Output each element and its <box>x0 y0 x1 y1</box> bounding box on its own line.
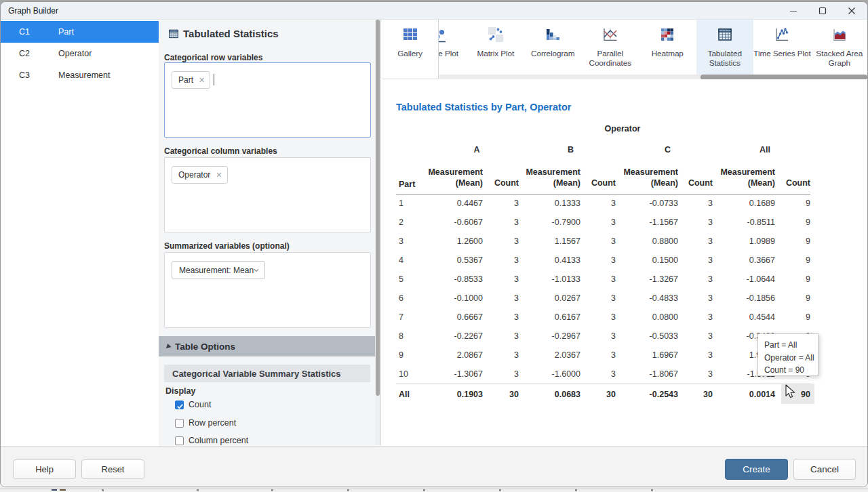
checkbox-label: Count <box>189 400 211 409</box>
checkbox-column-percent[interactable]: Column percent <box>175 436 248 445</box>
value-cell: 3 <box>580 270 616 289</box>
checkbox-count[interactable]: Count <box>175 400 211 409</box>
checkbox-unchecked-icon[interactable] <box>175 436 184 445</box>
options-panel: Tabulated Statistics Categorical row var… <box>159 20 381 446</box>
column-name: Operator <box>58 49 92 58</box>
column-item-operator[interactable]: C2 Operator <box>1 43 159 64</box>
count-header: Count <box>483 160 519 194</box>
close-button[interactable] <box>837 2 866 20</box>
variable-chip-part[interactable]: Part ✕ <box>172 71 210 89</box>
table-options-header[interactable]: Table Options <box>159 336 380 356</box>
create-button[interactable]: Create <box>725 459 788 480</box>
value-cell: 0.8800 <box>616 232 678 251</box>
correlogram-icon <box>546 28 559 41</box>
table-body: 10.446730.13333-0.073330.168992-0.60673-… <box>396 194 810 405</box>
group-all: All <box>713 139 810 160</box>
chevron-down-icon <box>254 268 259 272</box>
column-name: Measurement <box>58 70 110 80</box>
column-item-part[interactable]: C1 Part <box>1 21 159 43</box>
row-label-cell: 8 <box>396 327 428 346</box>
value-cell: 3 <box>678 251 713 270</box>
value-cell: 0.6167 <box>519 308 580 327</box>
scrollbar-thumb[interactable] <box>376 20 380 396</box>
mouse-cursor-icon <box>785 384 797 399</box>
column-id: C2 <box>19 49 58 58</box>
value-cell: -0.2967 <box>519 327 580 346</box>
count-header: Count <box>580 160 616 194</box>
value-cell: 9 <box>775 194 810 213</box>
value-cell: 1.1567 <box>519 232 580 251</box>
value-cell: 30 <box>483 384 519 405</box>
summary-stat-dropdown[interactable]: Measurement: Mean <box>172 261 265 279</box>
checkbox-row-percent[interactable]: Row percent <box>175 418 236 428</box>
minimize-button[interactable] <box>778 2 808 20</box>
value-cell: 3 <box>580 194 616 213</box>
value-cell: -0.2267 <box>428 327 483 346</box>
value-cell: 0.5367 <box>428 251 483 270</box>
column-id: C3 <box>19 70 58 80</box>
value-cell: -0.8533 <box>428 270 483 289</box>
gallery-item-correlogram[interactable]: Correlogram <box>524 20 582 75</box>
gallery-item-time-series-plot[interactable]: Time Series Plot <box>753 20 811 75</box>
cancel-button[interactable]: Cancel <box>793 459 856 480</box>
value-cell: 3 <box>580 365 616 384</box>
summary-statistics-subheader: Categorical Variable Summary Statistics <box>164 365 370 382</box>
value-cell: 3 <box>580 232 616 251</box>
value-cell: -1.1567 <box>616 213 678 232</box>
dialog-footer: Help Reset Create Cancel <box>1 446 867 487</box>
value-cell: 3 <box>678 270 713 289</box>
row-label-cell: 3 <box>396 232 428 251</box>
options-panel-scrollbar[interactable] <box>375 20 380 445</box>
value-cell: 2.0867 <box>428 346 483 365</box>
cell-tooltip: Part = All Operator = All Count = 90 <box>757 333 818 376</box>
value-cell: 0.4544 <box>713 308 775 327</box>
gallery-item-matrix-plot[interactable]: Matrix Plot <box>467 20 525 75</box>
maximize-button[interactable] <box>808 2 837 20</box>
value-cell: 0.1333 <box>519 194 580 213</box>
row-variables-box[interactable]: Part ✕ <box>164 62 371 138</box>
row-label-cell: 6 <box>396 289 428 308</box>
column-variables-box[interactable]: Operator ✕ <box>164 157 371 232</box>
value-cell: 1.0989 <box>713 232 775 251</box>
value-cell: 9 <box>775 308 810 327</box>
dropdown-value: Measurement: Mean <box>179 266 254 275</box>
value-cell: 9 <box>775 213 810 232</box>
variable-chip-operator[interactable]: Operator ✕ <box>172 166 228 184</box>
row-variables-label: Categorical row variables <box>164 53 262 62</box>
remove-chip-icon[interactable]: ✕ <box>216 171 222 180</box>
help-button[interactable]: Help <box>13 459 76 479</box>
gallery-item-stacked-area-graph[interactable]: Stacked Area Graph <box>811 20 868 75</box>
column-item-measurement[interactable]: C3 Measurement <box>1 64 159 86</box>
summarized-variables-box[interactable]: Measurement: Mean <box>164 252 371 328</box>
checkbox-checked-icon[interactable] <box>175 401 184 409</box>
preview-area: Tabulated Statistics by Part, Operator O… <box>381 79 868 445</box>
checkbox-unchecked-icon[interactable] <box>175 419 184 428</box>
main-area: Bubble Plot <box>381 20 867 446</box>
time-series-plot-icon <box>774 27 789 42</box>
row-label-cell: 2 <box>396 213 428 232</box>
value-cell: 3 <box>678 232 713 251</box>
gallery-item-parallel-coordinates[interactable]: Parallel Coordinates <box>582 20 639 75</box>
value-cell: -0.1856 <box>713 289 775 308</box>
remove-chip-icon[interactable]: ✕ <box>199 76 205 85</box>
gallery-item-gallery[interactable]: Gallery <box>382 20 439 79</box>
gallery-item-label: Stacked Area Graph <box>811 49 868 68</box>
value-cell: 3 <box>483 365 519 384</box>
gallery-item-tabulated-statistics[interactable]: Tabulated Statistics <box>696 20 754 75</box>
gallery-item-label: Gallery <box>382 49 439 59</box>
value-cell: -0.8511 <box>713 213 775 232</box>
row-label-cell: All <box>396 384 428 405</box>
mean-header: Measurement(Mean) <box>713 160 775 194</box>
group-b: B <box>519 139 616 160</box>
value-cell: -0.1000 <box>428 289 483 308</box>
count-header: Count <box>775 160 810 194</box>
reset-button[interactable]: Reset <box>81 459 144 479</box>
gallery-item-heatmap[interactable]: Heatmap <box>639 20 696 75</box>
close-icon <box>848 7 856 15</box>
preview-title: Tabulated Statistics by Part, Operator <box>396 102 571 112</box>
checkbox-label: Row percent <box>189 418 236 428</box>
table-options-label: Table Options <box>175 342 235 352</box>
value-cell: 3 <box>483 251 519 270</box>
value-cell: 9 <box>775 289 810 308</box>
value-cell: -1.3267 <box>616 270 678 289</box>
